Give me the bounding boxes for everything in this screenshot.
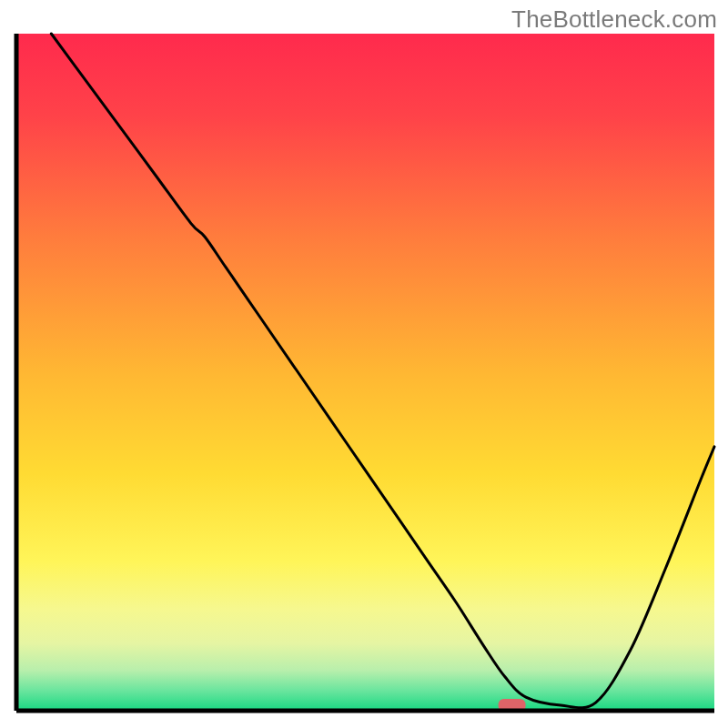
chart-plot [0,0,728,728]
watermark-text: TheBottleneck.com [511,5,717,34]
chart-background [16,34,714,711]
chart-container: TheBottleneck.com [0,0,728,728]
